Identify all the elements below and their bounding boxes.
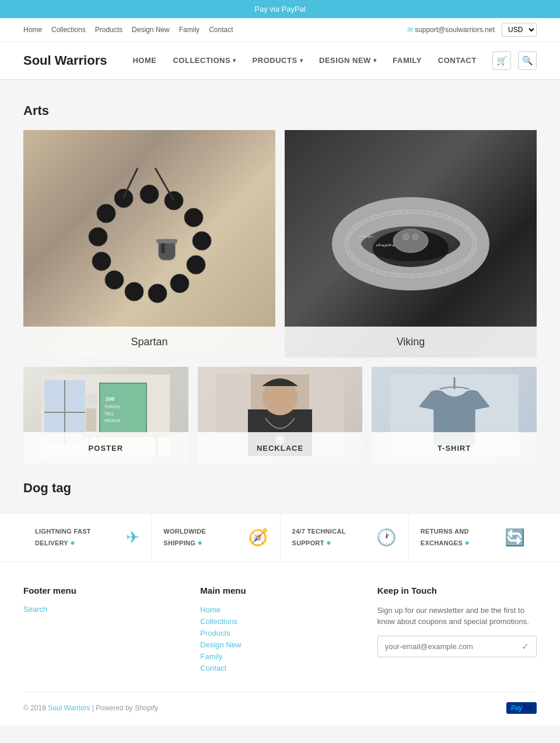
support-dot: ● [326,538,331,547]
paypal-logo: PayPal [506,702,537,714]
top-navigation: Home Collections Products Design New Fam… [0,18,560,42]
top-nav-design-new[interactable]: Design New [132,26,170,34]
svg-point-3 [192,232,211,250]
svg-point-25 [412,234,418,240]
nav-products[interactable]: PRODUCTS ▾ [244,42,311,80]
footer-main-collections[interactable]: Collections [200,617,237,626]
spartan-label: Spartan [23,327,275,358]
copyright-text: © 2018 Soul Warriors | Powered by Shopif… [23,704,158,712]
svg-rect-14 [161,243,164,253]
svg-point-0 [140,185,159,204]
feature-returns-text: RETURNS ANDEXCHANGES ● [421,527,470,549]
footer: Footer menu Search Main menu Home Collec… [0,562,560,726]
currency-selector[interactable]: USD [502,23,537,37]
footer-menu-section: Footer menu Search [23,586,183,675]
footer-main-design-new[interactable]: Design New [200,640,241,649]
footer-newsletter-desc: Sign up for our newsletter and be the fi… [377,605,537,628]
features-strip: LIGHTNING FASTDELIVERY ● ✈ WORLDWIDESHIP… [0,513,560,562]
tshirt-label: T-SHIRT [372,432,537,463]
page-content: Arts [0,80,560,726]
spartan-card[interactable]: Spartan [23,130,275,358]
arts-section-title: Arts [23,103,537,118]
tshirt-card[interactable]: T-SHIRT [372,367,537,463]
svg-point-11 [97,204,116,223]
collections-dropdown-icon: ▾ [233,57,236,64]
footer-grid: Footer menu Search Main menu Home Collec… [23,586,537,675]
support-email: ✉ support@soulwarriors.net [407,26,495,34]
svg-point-6 [148,284,167,303]
top-nav-links: Home Collections Products Design New Fam… [23,26,233,34]
svg-point-5 [170,274,189,293]
svg-text:TELL: TELL [104,412,114,416]
svg-point-24 [403,234,409,240]
necklace-label: NECKLACE [198,432,363,463]
footer-main-products[interactable]: Products [200,629,230,637]
feature-returns: RETURNS ANDEXCHANGES ● 🔄 [409,514,537,562]
poster-label-text: POSTER [89,444,123,453]
poster-label: POSTER [23,432,188,463]
nav-home[interactable]: HOME [124,42,164,80]
svg-text:PEOPLE: PEOPLE [104,419,121,423]
search-button[interactable]: 🔍 [518,51,537,70]
viking-ring-svg: ᚛ᚈᚑᚋ᚜ ᚐᚈᚑᚋᚐᚈᚑ [317,150,504,337]
delivery-dot: ● [70,538,75,547]
feature-support-text: 24/7 TECHNICALSUPPORT ● [292,527,346,549]
feature-delivery: LIGHTNING FASTDELIVERY ● ✈ [23,514,152,562]
top-nav-contact[interactable]: Contact [209,26,233,34]
svg-rect-15 [156,239,177,243]
top-nav-products[interactable]: Products [95,26,123,34]
footer-main-home[interactable]: Home [200,605,220,614]
footer-newsletter-section: Keep in Touch Sign up for our newsletter… [377,586,537,675]
main-nav-icons: 🛒 🔍 [492,51,537,70]
top-nav-home[interactable]: Home [23,26,42,34]
footer-menu-title: Footer menu [23,586,183,595]
feature-support: 24/7 TECHNICALSUPPORT ● 🕐 [281,514,409,562]
cart-button[interactable]: 🛒 [492,51,511,70]
plane-icon: ✈ [126,528,139,547]
top-nav-collections[interactable]: Collections [51,26,86,34]
email-check-icon: ✓ [522,641,529,652]
feature-shipping: WORLDWIDESHIPPING ● 🧭 [152,514,280,562]
viking-image: ᚛ᚈᚑᚋ᚜ ᚐᚈᚑᚋᚐᚈᚑ [285,130,537,358]
footer-search-link[interactable]: Search [23,605,183,614]
footer-main-section: Main menu Home Collections Products Desi… [200,586,359,675]
poster-card[interactable]: 100 THINGS TELL PEOPLE POSTER [23,367,188,463]
necklace-card[interactable]: NECKLACE [198,367,363,463]
svg-text:THINGS: THINGS [104,405,120,409]
footer-main-links: Home Collections Products Design New Fam… [200,605,359,672]
nav-contact[interactable]: CONTACT [430,42,485,80]
clock-icon: 🕐 [376,528,397,547]
viking-card[interactable]: ᚛ᚈᚑᚋ᚜ ᚐᚈᚑᚋᚐᚈᚑ Viking [285,130,537,358]
nav-design-new[interactable]: DESIGN NEW ▾ [311,42,384,80]
footer-main-menu-title: Main menu [200,586,359,595]
top-nav-right: ✉ support@soulwarriors.net USD [407,23,537,37]
brand-logo[interactable]: Soul Warriors [23,53,107,68]
nav-family[interactable]: FAMILY [384,42,429,80]
top-banner-text: Pay via PayPal [254,5,305,13]
footer-main-contact[interactable]: Contact [200,664,226,672]
top-nav-family[interactable]: Family [179,26,200,34]
viking-label-text: Viking [397,336,425,348]
returns-dot: ● [465,538,470,547]
shipping-dot: ● [198,538,203,547]
svg-point-7 [125,282,144,301]
footer-newsletter-title: Keep in Touch [377,586,537,595]
newsletter-email-input[interactable] [385,642,522,651]
spartan-image [23,130,275,358]
svg-point-2 [184,208,203,227]
svg-point-10 [89,227,107,246]
footer-brand-link[interactable]: Soul Warriors [48,704,90,712]
svg-rect-37 [86,408,96,432]
email-input-wrapper: ✓ [377,636,537,657]
svg-point-36 [84,394,98,408]
products-dropdown-icon: ▾ [300,57,303,64]
svg-point-4 [187,255,205,274]
svg-text:᚛ᚈᚑᚋ᚜: ᚛ᚈᚑᚋ᚜ [358,234,373,239]
nav-collections[interactable]: COLLECTIONS ▾ [164,42,244,80]
spartan-label-text: Spartan [131,336,167,348]
footer-main-family[interactable]: Family [200,652,222,661]
viking-label: Viking [285,327,537,358]
svg-point-23 [393,229,428,253]
svg-point-9 [92,252,111,271]
svg-point-8 [105,271,124,289]
